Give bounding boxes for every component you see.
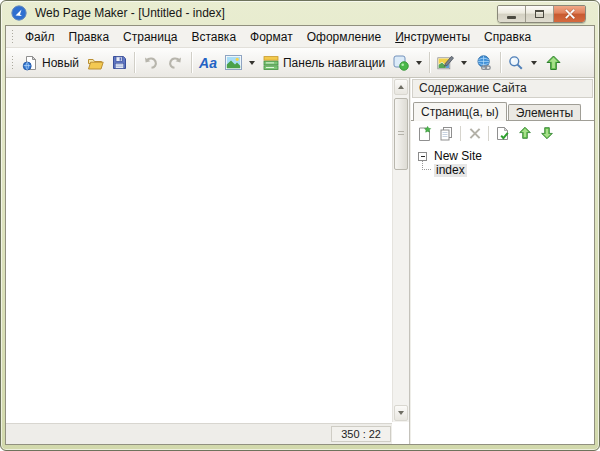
panel-toolbar-separator: [460, 126, 461, 141]
insert-form-dropdown-caret[interactable]: [416, 61, 422, 65]
delete-icon: [469, 128, 480, 139]
client-area: Файл Правка Страница Вставка Формат Офор…: [5, 25, 595, 445]
window-title: Web Page Maker - [Untitled - index]: [35, 6, 225, 20]
minimize-button[interactable]: [498, 6, 526, 22]
app-logo-icon: [11, 5, 27, 21]
insert-button-icon: [393, 55, 409, 71]
new-page-label: Новый: [42, 56, 79, 70]
panel-header: Содержание Сайта: [412, 79, 593, 98]
publish-link-button[interactable]: [471, 50, 497, 75]
image-icon: [225, 55, 242, 70]
menu-format[interactable]: Формат: [243, 28, 300, 46]
close-button[interactable]: [554, 6, 585, 22]
toolbar-gripper[interactable]: [11, 55, 14, 71]
main-area: 350 : 22 Содержание Сайта С: [6, 78, 594, 444]
menu-page[interactable]: Страница: [116, 28, 184, 46]
publish-up-arrow-icon: [545, 55, 562, 71]
toolbar-separator: [500, 52, 501, 73]
nav-panel-label: Панель навигации: [283, 56, 385, 70]
menu-insert[interactable]: Вставка: [184, 28, 243, 46]
font-icon: Aa: [199, 56, 217, 70]
new-page-button[interactable]: Новый: [18, 50, 83, 75]
nav-panel-button[interactable]: Панель навигации: [259, 50, 389, 75]
menu-help[interactable]: Справка: [477, 28, 538, 46]
scroll-up-icon: [398, 85, 404, 89]
page-properties-icon: [495, 126, 510, 141]
move-up-icon: [518, 126, 532, 140]
style-dropdown-caret[interactable]: [461, 61, 467, 65]
canvas-vertical-scrollbar[interactable]: [392, 78, 409, 422]
open-button[interactable]: [83, 50, 108, 75]
menu-tools[interactable]: Инструменты: [388, 28, 477, 46]
maximize-icon: [535, 10, 544, 18]
main-toolbar: Новый: [6, 48, 594, 78]
save-icon: [112, 55, 127, 70]
status-bar: 350 : 22: [6, 423, 392, 444]
menu-edit[interactable]: Правка: [62, 28, 117, 46]
tree-root-label[interactable]: New Site: [432, 150, 484, 163]
menu-arrange[interactable]: Оформление: [300, 28, 388, 46]
undo-button[interactable]: [138, 50, 163, 75]
copy-page-icon: [439, 126, 454, 141]
collapse-icon[interactable]: [418, 152, 427, 161]
move-page-up-button[interactable]: [516, 125, 533, 142]
preview-magnifier-icon: [508, 55, 524, 71]
move-down-icon: [540, 126, 554, 140]
insert-image-button[interactable]: [221, 50, 259, 75]
menu-bar: Файл Правка Страница Вставка Формат Офор…: [6, 26, 594, 48]
delete-page-button[interactable]: [466, 125, 483, 142]
nav-panel-icon: [263, 55, 279, 71]
tree-child-label[interactable]: index: [434, 164, 467, 177]
open-folder-icon: [87, 55, 104, 71]
toolbar-separator: [191, 52, 192, 73]
copy-page-button[interactable]: [438, 125, 455, 142]
image-dropdown-caret[interactable]: [249, 61, 255, 65]
scrollbar-thumb[interactable]: [394, 98, 408, 170]
scroll-down-button[interactable]: [394, 405, 408, 421]
toolbar-separator: [134, 52, 135, 73]
scrollbar-track[interactable]: [393, 96, 409, 404]
new-page-icon: [22, 55, 38, 71]
style-picker-icon: [437, 55, 454, 71]
undo-icon: [142, 55, 159, 71]
redo-icon: [167, 55, 184, 71]
maximize-button[interactable]: [526, 6, 554, 22]
insert-form-button[interactable]: [389, 50, 426, 75]
panel-tabs: Страниц(а, ы) Элементы: [411, 100, 594, 121]
publish-button[interactable]: [541, 50, 566, 75]
minimize-icon: [507, 16, 516, 19]
tree-child-row[interactable]: index: [415, 163, 592, 177]
canvas-column: 350 : 22: [6, 78, 392, 444]
add-page-button[interactable]: [416, 125, 433, 142]
panel-toolbar-separator: [488, 126, 489, 141]
pages-toolbar: [411, 121, 594, 144]
scroll-up-button[interactable]: [394, 79, 408, 95]
font-button[interactable]: Aa: [195, 50, 221, 75]
move-page-down-button[interactable]: [538, 125, 555, 142]
site-contents-panel: Содержание Сайта Страниц(а, ы) Элементы: [411, 78, 594, 444]
close-icon: [565, 9, 575, 19]
site-tree: New Site index: [411, 144, 594, 444]
scrollbar-stub: [392, 422, 409, 444]
page-properties-button[interactable]: [494, 125, 511, 142]
scroll-down-icon: [398, 411, 404, 415]
save-button[interactable]: [108, 50, 131, 75]
toolbar-separator: [429, 52, 430, 73]
menu-file[interactable]: Файл: [18, 28, 62, 46]
design-canvas[interactable]: [6, 78, 392, 423]
add-page-icon: [417, 126, 432, 141]
tab-pages[interactable]: Страниц(а, ы): [413, 102, 507, 121]
menubar-gripper[interactable]: [11, 29, 14, 45]
style-button[interactable]: [433, 50, 471, 75]
app-window: Web Page Maker - [Untitled - index] Файл…: [0, 0, 600, 451]
tree-root-row[interactable]: New Site: [415, 149, 592, 163]
preview-dropdown-caret[interactable]: [531, 61, 537, 65]
title-bar: Web Page Maker - [Untitled - index]: [5, 1, 595, 24]
globe-link-icon: [475, 55, 493, 71]
redo-button[interactable]: [163, 50, 188, 75]
tab-elements[interactable]: Элементы: [508, 104, 582, 120]
scrollbar-column: [392, 78, 409, 444]
window-controls: [497, 5, 586, 23]
preview-button[interactable]: [504, 50, 541, 75]
cursor-coordinates: 350 : 22: [331, 426, 391, 442]
